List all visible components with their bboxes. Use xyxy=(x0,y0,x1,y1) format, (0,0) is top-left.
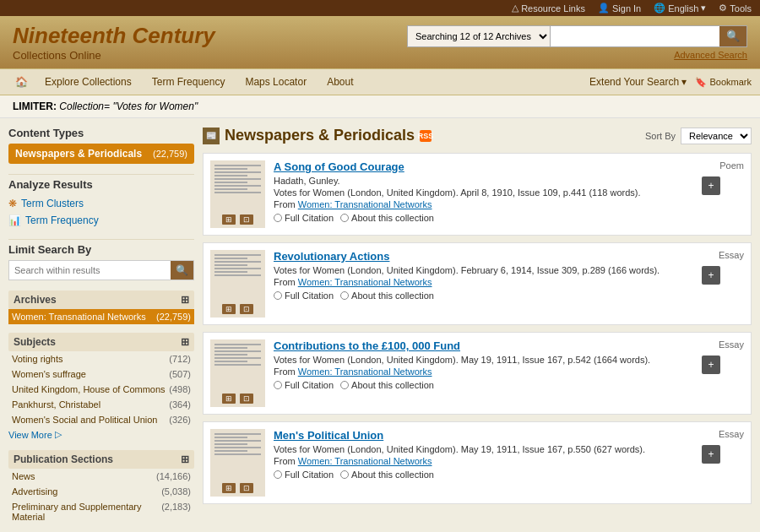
archives-section: Archives ⊞ Women: Transnational Networks… xyxy=(8,290,194,324)
subject-womens-suffrage[interactable]: Women's suffrage (507) xyxy=(8,366,194,382)
result-network-link-3[interactable]: Women: Transnational Networks xyxy=(298,366,432,377)
logo[interactable]: Nineteenth Century Collections Online xyxy=(13,23,215,62)
archive-item-women[interactable]: Women: Transnational Networks (22,759) xyxy=(8,309,194,324)
save-button-1[interactable]: + xyxy=(702,176,720,195)
archive-selector[interactable]: Searching 12 of 12 Archives xyxy=(408,26,551,46)
result-item: ⊞ ⊡ A Song of Good Courage Hadath, Gunle… xyxy=(203,153,752,236)
result-thumbnail: ⊞ ⊡ xyxy=(210,339,265,407)
view-more-subjects[interactable]: View More ▷ xyxy=(8,427,194,442)
nav-about[interactable]: About xyxy=(317,69,363,95)
result-pub-link-1[interactable]: Votes for Women (London, United Kingdom)… xyxy=(274,187,459,198)
result-meta-right-3: Essay + xyxy=(702,339,744,374)
term-frequency-label: Term Frequency xyxy=(25,214,99,226)
result-pub-link-4[interactable]: Votes for Women (London, United Kingdom)… xyxy=(274,444,459,454)
result-network-link-1[interactable]: Women: Transnational Networks xyxy=(298,199,432,209)
zoom-icon[interactable]: ⊡ xyxy=(240,394,253,404)
logo-subtitle: Collections Online xyxy=(13,49,215,62)
radio-icon xyxy=(340,214,349,222)
term-clusters-link[interactable]: ❋ Term Clusters xyxy=(8,195,194,212)
subject-pankhurst[interactable]: Pankhurst, Christabel (364) xyxy=(8,397,194,412)
search-within-button[interactable]: 🔍 xyxy=(171,261,193,280)
term-frequency-link[interactable]: 📊 Term Frequency xyxy=(8,212,194,229)
pub-section-advertising[interactable]: Advertising (5,038) xyxy=(8,484,194,499)
pub-sections-title: Publication Sections xyxy=(14,453,113,465)
full-citation-2[interactable]: Full Citation xyxy=(274,290,334,301)
search-button[interactable]: 🔍 xyxy=(719,26,746,46)
result-author-1: Hadath, Gunley. xyxy=(274,176,693,186)
search-input[interactable] xyxy=(551,29,719,44)
chevron-down-icon: ▾ xyxy=(701,3,706,14)
nav-term-frequency[interactable]: Term Frequency xyxy=(142,69,236,95)
cluster-icon: ❋ xyxy=(8,198,17,209)
subject-uk-house[interactable]: United Kingdom, House of Commons (498) xyxy=(8,382,194,397)
result-date-1: April 8, 1910, Issue 109, p.441 (118 wor… xyxy=(460,187,640,198)
about-collection-label-2: About this collection xyxy=(351,290,434,301)
result-title-3[interactable]: Contributions to the £100, 000 Fund xyxy=(274,339,693,352)
save-button-4[interactable]: + xyxy=(702,445,720,464)
save-button-3[interactable]: + xyxy=(702,356,720,374)
thumb-line xyxy=(214,268,261,269)
zoom-icon[interactable]: ⊡ xyxy=(240,304,253,314)
about-collection-4[interactable]: About this collection xyxy=(340,470,434,480)
save-button-2[interactable]: + xyxy=(702,266,720,285)
subjects-header[interactable]: Subjects ⊞ xyxy=(8,333,194,351)
archives-header[interactable]: Archives ⊞ xyxy=(8,290,194,309)
bookmark-button[interactable]: 🔖 Bookmark xyxy=(695,77,752,88)
limit-title: Limit Search By xyxy=(8,243,194,256)
result-source-2: Votes for Women (London, United Kingdom)… xyxy=(274,265,693,275)
subjects-title: Subjects xyxy=(14,336,56,348)
newspaper-icon: 📰 xyxy=(203,128,220,144)
view-icon[interactable]: ⊞ xyxy=(222,483,236,493)
about-collection-3[interactable]: About this collection xyxy=(340,380,434,390)
result-pub-link-3[interactable]: Votes for Women (London, United Kingdom)… xyxy=(274,355,459,365)
resource-links[interactable]: △ Resource Links xyxy=(512,3,585,14)
result-network-link-4[interactable]: Women: Transnational Networks xyxy=(298,456,432,466)
subject-voting-rights[interactable]: Voting rights (712) xyxy=(8,351,194,366)
content-type-newspapers[interactable]: Newspapers & Periodicals (22,759) xyxy=(8,144,194,164)
zoom-icon[interactable]: ⊡ xyxy=(240,483,253,493)
result-pub-link-2[interactable]: Votes for Women (London, United Kingdom)… xyxy=(274,265,459,275)
view-more-icon: ▷ xyxy=(55,429,62,440)
tools-menu[interactable]: ⚙ Tools xyxy=(719,3,752,14)
zoom-icon[interactable]: ⊡ xyxy=(240,214,253,225)
full-citation-4[interactable]: Full Citation xyxy=(274,470,334,480)
nav-maps-locator[interactable]: Maps Locator xyxy=(235,69,317,95)
pub-section-news[interactable]: News (14,166) xyxy=(8,469,194,484)
about-collection-1[interactable]: About this collection xyxy=(340,213,434,223)
thumb-line xyxy=(214,171,261,173)
top-bar: △ Resource Links 👤 Sign In 🌐 English ▾ ⚙… xyxy=(0,0,760,16)
home-icon[interactable]: 🏠 xyxy=(8,69,35,95)
full-citation-3[interactable]: Full Citation xyxy=(274,380,334,390)
pub-sections-header[interactable]: Publication Sections ⊞ xyxy=(8,450,194,469)
extend-search[interactable]: Extend Your Search ▾ xyxy=(589,76,687,88)
full-citation-1[interactable]: Full Citation xyxy=(274,213,334,223)
content-types-title: Content Types xyxy=(8,127,194,139)
pub-section-count: (2,183) xyxy=(161,502,191,522)
view-more-label: View More xyxy=(8,430,52,440)
result-from-3: From Women: Transnational Networks xyxy=(274,366,693,377)
pub-section-preliminary[interactable]: Preliminary and Supplementary Material (… xyxy=(8,499,194,524)
result-title-2[interactable]: Revolutionary Actions xyxy=(274,250,693,263)
sort-select[interactable]: Relevance Date Title xyxy=(681,128,752,144)
language-selector[interactable]: 🌐 English ▾ xyxy=(654,3,706,14)
result-date-4: May 19, 1911, Issue 167, p.550 (627 word… xyxy=(461,444,645,454)
result-network-link-2[interactable]: Women: Transnational Networks xyxy=(298,277,432,287)
thumb-line xyxy=(214,254,261,256)
view-icon[interactable]: ⊞ xyxy=(222,304,236,314)
pub-section-name: Advertising xyxy=(12,486,57,497)
nav-right: Extend Your Search ▾ 🔖 Bookmark xyxy=(589,76,752,88)
view-icon[interactable]: ⊞ xyxy=(222,394,236,404)
about-collection-2[interactable]: About this collection xyxy=(340,290,434,301)
search-within-input[interactable] xyxy=(9,262,171,279)
thumb-line xyxy=(214,443,247,445)
thumb-line xyxy=(214,178,261,180)
result-title-1[interactable]: A Song of Good Courage xyxy=(274,160,693,173)
nav-explore[interactable]: Explore Collections xyxy=(35,69,142,95)
content-type-count: (22,759) xyxy=(153,149,187,159)
result-title-4[interactable]: Men's Political Union xyxy=(274,429,693,442)
subject-womens-social[interactable]: Women's Social and Political Union (326) xyxy=(8,412,194,427)
sign-in[interactable]: 👤 Sign In xyxy=(598,3,641,14)
advanced-search-link[interactable]: Advanced Search xyxy=(674,50,747,60)
view-icon[interactable]: ⊞ xyxy=(222,214,236,225)
archive-name: Women: Transnational Networks xyxy=(12,312,146,322)
